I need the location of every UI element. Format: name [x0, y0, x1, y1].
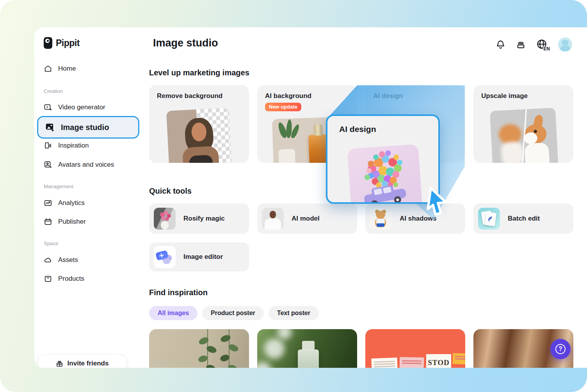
ai-shadows-thumbnail [370, 208, 392, 230]
card-label: AI background [265, 92, 349, 100]
tool-label: Rosify magic [183, 215, 225, 223]
analytics-icon [44, 199, 52, 207]
ai-model-thumbnail [262, 208, 284, 230]
language-code: EN [543, 46, 550, 51]
corgi-sharp-half-art [523, 114, 559, 163]
collage-piece-stod: STOD [426, 354, 451, 368]
quick-tools-row-2: Image editor [149, 242, 249, 271]
sidebar-section-management: Management [44, 184, 73, 189]
bokeh-flower-art [257, 362, 271, 368]
sidebar: Pippit Home Creation Video generator Ima… [34, 27, 149, 368]
app-name: Pippit [56, 38, 80, 48]
bokeh-flower-art [264, 339, 285, 359]
tool-label: Image editor [183, 253, 223, 261]
image-editor-thumbnail [154, 246, 176, 268]
image-studio-icon [45, 122, 55, 132]
user-avatar[interactable] [558, 37, 572, 52]
collage-piece [400, 357, 424, 368]
collage-piece [453, 353, 465, 365]
inspiration-image-plant[interactable] [149, 329, 249, 368]
sidebar-item-label: Inspiration [58, 142, 89, 150]
tool-image-editor[interactable]: Image editor [149, 242, 249, 271]
sidebar-item-publisher[interactable]: Publisher [44, 217, 86, 227]
sidebar-item-label: Products [58, 275, 84, 283]
tool-ai-model[interactable]: AI model [257, 203, 357, 234]
rosify-magic-thumbnail [154, 208, 176, 230]
sidebar-item-label: Analytics [58, 199, 85, 207]
inspiration-heading: Find inspiration [149, 288, 208, 297]
tool-batch-edit[interactable]: Batch edit [473, 203, 573, 234]
collage-piece [371, 358, 397, 368]
sidebar-item-inspiration[interactable]: Inspiration [44, 141, 89, 151]
quick-tools-heading: Quick tools [149, 187, 192, 196]
card-label: Remove background [157, 92, 241, 100]
card-remove-background[interactable]: Remove background [149, 85, 249, 163]
remove-background-thumbnail [166, 108, 232, 163]
tool-label: AI model [292, 215, 320, 223]
tab-all-images[interactable]: All images [149, 306, 197, 320]
sidebar-item-video-generator[interactable]: Video generator [44, 102, 105, 112]
upscale-image-thumbnail [490, 108, 559, 163]
invite-friends-label: Invite friends [68, 360, 109, 367]
sidebar-item-label: Home [58, 65, 76, 73]
video-generator-icon [44, 103, 52, 112]
sidebar-item-home[interactable]: Home [44, 64, 76, 74]
plant-pot-art [279, 149, 296, 163]
home-icon [44, 64, 52, 73]
sidebar-item-image-studio[interactable]: Image studio [37, 116, 139, 139]
poster-text-stod: STOD [428, 358, 449, 367]
content-panel: Pippit Home Creation Video generator Ima… [34, 27, 587, 368]
page-title: Image studio [153, 37, 218, 49]
sidebar-item-label: Video generator [58, 103, 105, 111]
balloons-car-image [347, 144, 422, 204]
sidebar-item-label: Avatars and voices [58, 161, 114, 169]
glass-cap-art [302, 341, 315, 350]
sidebar-section-creation: Creation [44, 88, 63, 94]
ai-design-tooltip-card: AI design [326, 114, 440, 204]
notifications-bell-icon[interactable] [495, 39, 506, 50]
inspiration-icon [44, 141, 52, 150]
quick-tools-row: Rosify magic AI model AI shadows [149, 203, 573, 234]
app-logo[interactable]: Pippit [44, 37, 80, 49]
help-button[interactable]: ? [550, 339, 571, 359]
card-label: Upscale image [481, 92, 566, 100]
corgi-blurry-half-art [493, 119, 526, 163]
history-tray-icon[interactable] [516, 39, 526, 50]
sidebar-item-label: Publisher [58, 218, 86, 226]
tab-product-poster[interactable]: Product poster [202, 306, 264, 320]
inspiration-image-poster[interactable]: STOD FOODIE [365, 329, 465, 368]
question-mark-icon: ? [555, 344, 566, 354]
publisher-icon [44, 217, 52, 226]
tool-label: Batch edit [508, 215, 540, 223]
header-actions: EN [495, 37, 572, 52]
perfume-cap-art [313, 125, 322, 136]
high-heel-art [487, 216, 493, 222]
products-icon [44, 274, 52, 283]
inspiration-gallery: STOD FOODIE [149, 329, 573, 368]
sidebar-item-avatars-voices[interactable]: Avatars and voices [44, 160, 114, 170]
tab-text-poster[interactable]: Text poster [269, 306, 319, 320]
sidebar-item-analytics[interactable]: Analytics [44, 198, 85, 208]
bokeh-flower-art [277, 329, 292, 339]
app-window: Pippit Home Creation Video generator Ima… [0, 0, 587, 392]
avatars-icon [44, 160, 52, 169]
balloons-car-art [347, 144, 422, 204]
sidebar-item-label: Image studio [61, 123, 109, 132]
hanging-plant-art [149, 329, 249, 368]
tool-rosify-magic[interactable]: Rosify magic [149, 203, 249, 234]
invite-friends-button[interactable]: Invite friends [37, 355, 126, 368]
language-switcher[interactable]: EN [536, 38, 548, 51]
pippit-logo-icon [44, 37, 52, 49]
inspiration-image-perfume[interactable] [257, 329, 357, 368]
sidebar-section-space: Space [44, 241, 58, 246]
card-upscale-image[interactable]: Upscale image [473, 85, 573, 163]
sidebar-item-label: Assets [58, 256, 78, 264]
gift-icon [55, 360, 64, 368]
assets-icon [44, 256, 52, 264]
marketing-heading: Level up marketing images [149, 68, 249, 77]
new-update-badge: New update [265, 103, 301, 111]
sidebar-item-products[interactable]: Products [44, 274, 84, 284]
glass-bottle-art [298, 349, 319, 368]
sidebar-item-assets[interactable]: Assets [44, 255, 78, 265]
tooltip-title: AI design [339, 125, 376, 134]
